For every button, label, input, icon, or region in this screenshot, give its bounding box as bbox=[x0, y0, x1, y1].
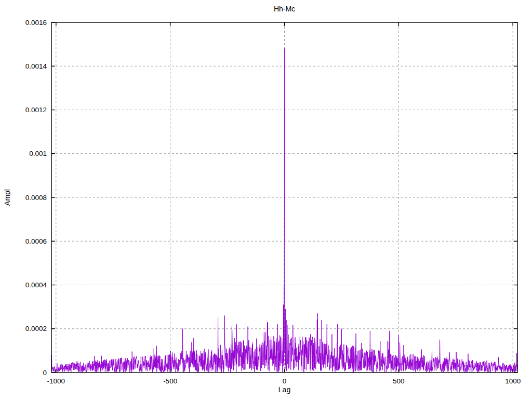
y-tick-label: 0.0014 bbox=[25, 62, 47, 70]
x-tick-label: 500 bbox=[393, 377, 405, 385]
x-tick-label: 1000 bbox=[505, 377, 521, 385]
plot-area: -1000-5000500100000.00020.00040.00060.00… bbox=[0, 0, 532, 399]
data-series-path bbox=[51, 49, 517, 373]
y-tick-label: 0.0006 bbox=[25, 237, 47, 245]
y-tick-label: 0.0008 bbox=[25, 194, 47, 202]
y-tick-label: 0.0012 bbox=[25, 106, 47, 114]
x-tick-label: 0 bbox=[283, 377, 287, 385]
x-tick-label: -1000 bbox=[47, 377, 65, 385]
y-tick-label: 0.0002 bbox=[25, 325, 47, 332]
y-tick-label: 0 bbox=[43, 369, 47, 377]
correlation-chart: Hh-Mc Ampl Lag -1000-5000500100000.00020… bbox=[0, 0, 532, 399]
y-tick-label: 0.0016 bbox=[25, 19, 47, 26]
y-tick-label: 0.0004 bbox=[25, 281, 47, 289]
y-tick-label: 0.001 bbox=[29, 150, 47, 157]
x-tick-label: -500 bbox=[163, 377, 177, 385]
